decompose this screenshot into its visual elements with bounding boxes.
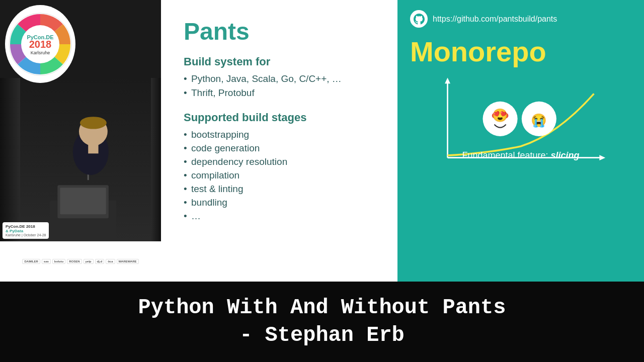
github-url: https://github.com/pantsbuild/pants xyxy=(433,15,557,24)
bullet-compilation: compilation xyxy=(184,170,375,181)
sponsor-banner: DAIMLER sas bolutu ROSEN yelp dj.d öca W… xyxy=(0,241,161,282)
monorepo-chart: 😍 😭 xyxy=(410,75,631,176)
github-icon xyxy=(410,10,428,28)
svg-text:Karlsruhe: Karlsruhe xyxy=(31,50,50,55)
bullet-bundling: bundling xyxy=(184,197,375,208)
small-pycon-badge: PyCon.DE 2018 & PyData Karlsruhe | Octob… xyxy=(3,222,49,239)
bullet-python: Python, Java, Scala, Go, C/C++, … xyxy=(184,73,375,84)
slide-section2-title: Supported build stages xyxy=(184,111,375,124)
svg-rect-13 xyxy=(88,143,98,153)
svg-text:2018: 2018 xyxy=(29,39,52,50)
slide-bullets-1: Python, Java, Scala, Go, C/C++, … Thrift… xyxy=(184,73,375,99)
pycon-logo-circle: PyCon.DE 2018 Karlsruhe xyxy=(5,5,75,83)
svg-point-12 xyxy=(80,117,107,129)
svg-marker-15 xyxy=(445,78,450,84)
bullet-dependency: dependency resolution xyxy=(184,156,375,167)
svg-marker-17 xyxy=(599,155,605,160)
chart-container: 😍 😭 Fundamental feature: slicing xyxy=(410,75,631,176)
right-panel: https://github.com/pantsbuild/pants Mono… xyxy=(397,0,644,282)
sponsor-wareware: WAREWARE xyxy=(117,259,139,264)
speaker-background xyxy=(0,78,161,241)
svg-text:😍: 😍 xyxy=(492,108,508,123)
bullet-code-gen: code generation xyxy=(184,143,375,154)
speaker-video-panel: PyCon.DE 2018 Karlsruhe xyxy=(0,0,161,282)
bullet-ellipsis: … xyxy=(184,211,375,222)
slide-title: Pants xyxy=(184,18,375,45)
svg-rect-7 xyxy=(60,188,106,214)
sponsor-djd: dj.d xyxy=(95,259,105,264)
bullet-test-lint: test & linting xyxy=(184,184,375,195)
fundamental-label: Fundamental feature: xyxy=(462,150,550,160)
sponsor-yelp: yelp xyxy=(84,259,94,264)
bottom-banner: Python With And Without Pants- Stephan E… xyxy=(0,282,644,362)
slide-section1-title: Build system for xyxy=(184,55,375,68)
slide-bullets-2: bootstrapping code generation dependency… xyxy=(184,129,375,222)
bullet-thrift: Thrift, Protobuf xyxy=(184,87,375,99)
slide-panel: Pants Build system for Python, Java, Sca… xyxy=(161,0,397,282)
sponsor-oca: öca xyxy=(106,259,115,264)
sponsor-bolutu: bolutu xyxy=(52,259,65,264)
monorepo-title: Monorepo xyxy=(410,35,631,68)
presentation-title: Python With And Without Pants- Stephan E… xyxy=(138,294,506,349)
speaker-silhouette xyxy=(0,78,161,241)
sponsor-daimler: DAIMLER xyxy=(22,259,40,264)
svg-text:😭: 😭 xyxy=(531,113,547,128)
sponsor-rosen: ROSEN xyxy=(67,259,82,264)
fundamental-text: Fundamental feature: slicing xyxy=(462,150,579,161)
bullet-bootstrapping: bootstrapping xyxy=(184,129,375,140)
github-bar: https://github.com/pantsbuild/pants xyxy=(410,10,631,28)
sponsor-sas: sas xyxy=(42,259,51,264)
slicing-text: slicing xyxy=(551,150,580,160)
